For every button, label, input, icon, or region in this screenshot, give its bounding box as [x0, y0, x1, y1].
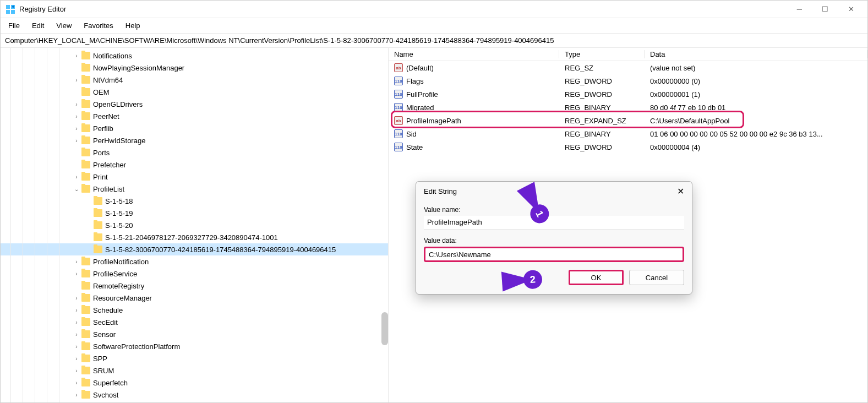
chevron-right-icon[interactable]: ›: [73, 259, 80, 265]
folder-icon: [94, 221, 102, 229]
folder-icon: [81, 355, 90, 362]
value-type: REG_DWORD: [559, 77, 645, 85]
value-row[interactable]: 110SidREG_BINARY01 06 00 00 00 00 00 05 …: [389, 127, 867, 140]
col-type[interactable]: Type: [559, 50, 645, 58]
chevron-right-icon[interactable]: ›: [73, 295, 80, 301]
chevron-right-icon[interactable]: ›: [73, 53, 80, 59]
folder-icon: [81, 137, 90, 144]
menu-edit[interactable]: Edit: [32, 21, 44, 30]
tree-item-label: SoftwareProtectionPlatform: [93, 342, 180, 351]
chevron-right-icon: ·: [73, 89, 80, 95]
chevron-right-icon: ·: [85, 210, 92, 216]
tree-item-label: SecEdit: [93, 318, 118, 326]
chevron-right-icon: ·: [73, 65, 80, 71]
tree-item-label: Notifications: [93, 52, 132, 60]
chevron-right-icon[interactable]: ›: [73, 319, 80, 325]
svg-point-4: [12, 6, 14, 8]
menu-file[interactable]: File: [8, 21, 20, 30]
scrollbar-thumb[interactable]: [381, 312, 388, 345]
value-row[interactable]: 110FlagsREG_DWORD0x00000000 (0): [389, 74, 867, 88]
tree-item-label: Svchost: [93, 391, 118, 399]
binary-value-icon: 110: [394, 143, 403, 151]
value-row[interactable]: ab(Default)REG_SZ(value not set): [389, 61, 867, 74]
chevron-right-icon[interactable]: ›: [73, 113, 80, 119]
folder-icon: [81, 342, 90, 350]
chevron-right-icon[interactable]: ›: [73, 344, 80, 350]
value-name: Sid: [406, 130, 417, 138]
chevron-right-icon: ·: [85, 235, 92, 241]
dialog-close-icon[interactable]: ✕: [677, 186, 684, 197]
value-row[interactable]: 110StateREG_DWORD0x00000004 (4): [389, 140, 867, 154]
chevron-right-icon: ·: [85, 198, 92, 204]
address-text: Computer\HKEY_LOCAL_MACHINE\SOFTWARE\Mic…: [5, 36, 554, 45]
tree-item-label: Prefetcher: [93, 161, 126, 169]
maximize-button[interactable]: ☐: [817, 3, 833, 15]
chevron-right-icon[interactable]: ›: [73, 271, 80, 277]
chevron-right-icon: ·: [85, 247, 92, 253]
folder-icon: [94, 209, 102, 217]
col-name[interactable]: Name: [389, 50, 559, 58]
chevron-right-icon[interactable]: ›: [73, 331, 80, 337]
tree-item-label: PeerNet: [93, 112, 119, 121]
svg-rect-2: [6, 10, 10, 14]
value-name: FullProfile: [406, 90, 438, 99]
tree-pane[interactable]: ›Notifications·NowPlayingSessionManager›…: [1, 48, 389, 402]
folder-icon: [81, 76, 90, 84]
minimize-button[interactable]: ─: [793, 3, 806, 15]
cancel-button[interactable]: Cancel: [629, 270, 684, 285]
chevron-down-icon[interactable]: ⌄: [73, 186, 80, 192]
tree-item-label: OEM: [93, 88, 110, 96]
list-header: Name Type Data: [389, 48, 867, 61]
chevron-right-icon[interactable]: ›: [73, 307, 80, 313]
folder-icon: [81, 149, 90, 156]
folder-icon: [81, 294, 90, 302]
value-row[interactable]: 110FullProfileREG_DWORD0x00000001 (1): [389, 88, 867, 101]
col-data[interactable]: Data: [645, 50, 867, 58]
menu-help[interactable]: Help: [125, 21, 140, 30]
chevron-right-icon[interactable]: ›: [73, 174, 80, 180]
chevron-right-icon[interactable]: ›: [73, 126, 80, 132]
value-name: (Default): [406, 64, 434, 72]
chevron-right-icon[interactable]: ›: [73, 392, 80, 398]
folder-icon: [81, 185, 90, 193]
chevron-right-icon: ·: [73, 162, 80, 168]
value-name: Flags: [406, 77, 424, 85]
binary-value-icon: 110: [394, 77, 403, 85]
chevron-right-icon: ·: [73, 283, 80, 289]
chevron-right-icon[interactable]: ›: [73, 368, 80, 374]
string-value-icon: ab: [394, 63, 403, 72]
menu-view[interactable]: View: [56, 21, 72, 30]
tree-item-label: OpenGLDrivers: [93, 100, 143, 108]
highlight-box-row: [391, 111, 744, 128]
binary-value-icon: 110: [394, 90, 403, 99]
value-type: REG_SZ: [559, 64, 645, 72]
window-title: Registry Editor: [19, 5, 793, 13]
value-data-label: Value data:: [424, 237, 684, 244]
value-type: REG_DWORD: [559, 90, 645, 99]
value-data: (value not set): [645, 64, 867, 72]
tree-item-label: S-1-5-82-3006700770-424185619-1745488364…: [105, 246, 336, 254]
folder-icon: [81, 282, 90, 290]
tree-item-label: S-1-5-20: [105, 221, 133, 230]
folder-icon: [81, 379, 90, 386]
tree-item-label: S-1-5-21-2046978127-2069327729-342089047…: [105, 233, 278, 242]
tree-item-label: Print: [93, 173, 108, 181]
binary-value-icon: 110: [394, 129, 403, 138]
value-data-field[interactable]: C:\Users\Newname: [424, 247, 684, 262]
ok-button[interactable]: OK: [569, 270, 624, 285]
value-type: REG_DWORD: [559, 143, 645, 151]
chevron-right-icon[interactable]: ›: [73, 77, 80, 83]
value-data: 0x00000004 (4): [645, 143, 867, 151]
value-name-field[interactable]: ProfileImagePath: [424, 216, 684, 230]
tree-item-label: NowPlayingSessionManager: [93, 64, 184, 72]
address-bar[interactable]: Computer\HKEY_LOCAL_MACHINE\SOFTWARE\Mic…: [1, 34, 867, 48]
tree-item-label: NtVdm64: [93, 76, 123, 84]
chevron-right-icon[interactable]: ›: [73, 138, 80, 144]
tree-item-label: S-1-5-18: [105, 197, 133, 205]
chevron-right-icon[interactable]: ›: [73, 101, 80, 107]
chevron-right-icon[interactable]: ›: [73, 356, 80, 362]
menu-favorites[interactable]: Favorites: [84, 21, 113, 30]
chevron-right-icon[interactable]: ›: [73, 380, 80, 386]
folder-icon: [81, 88, 90, 96]
close-button[interactable]: ✕: [844, 3, 859, 15]
